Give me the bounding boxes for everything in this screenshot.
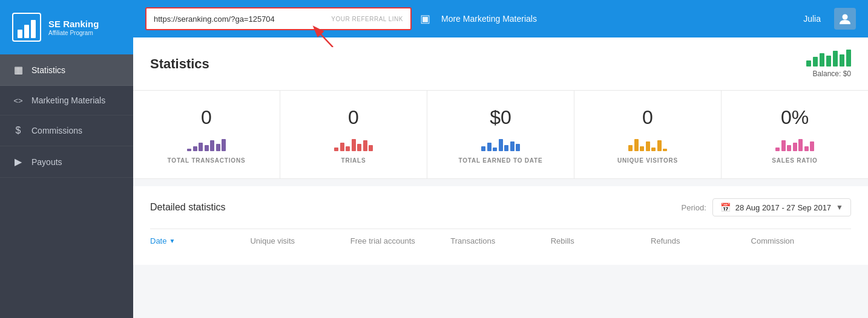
mini-bar-0 [187,149,191,151]
mini-bar-0 [775,148,780,151]
user-name: Julia [803,14,821,24]
mini-bar-4 [210,140,214,151]
table-header-date[interactable]: Date ▼ [150,236,250,245]
mini-chart [481,133,520,151]
mini-chart [628,133,667,151]
stat-card-sales-ratio: 0%SALES RATIO [722,91,868,178]
bal-bar-4 [826,56,831,67]
detail-section: Detailed statistics Period: 📅 28 Aug 201… [133,186,868,265]
logo-text: SE Ranking Affiliate Program [48,19,99,36]
bal-bar-6 [840,54,844,67]
sidebar-item-commissions[interactable]: $ Commissions [0,115,133,146]
referral-label: YOUR REFERRAL LINK [331,16,403,22]
bal-bar-7 [846,50,851,67]
page-title: Statistics [150,56,209,72]
stat-label: SALES RATIO [772,157,817,164]
balance-chart [806,50,851,67]
mini-bar-0 [481,146,485,151]
mini-bar-0 [628,145,633,151]
sidebar-item-marketing[interactable]: <> Marketing Materials [0,86,133,115]
table-header: Date ▼Unique visitsFree trial accountsTr… [150,229,851,253]
sidebar-item-payouts-label: Payouts [31,157,62,167]
sidebar-item-payouts[interactable]: ▶ Payouts [0,146,133,178]
referral-url[interactable]: https://seranking.com/?ga=125704 [154,15,325,24]
stat-card-trials: 0TRIALS [280,91,427,178]
commissions-icon: $ [12,125,24,136]
topbar: https://seranking.com/?ga=125704 YOUR RE… [133,0,868,37]
mini-bar-2 [787,145,791,151]
stat-value: 0 [642,108,653,127]
sort-arrow: ▼ [169,238,175,244]
logo-bar-2 [24,25,29,38]
stat-card-total-earned-to-date: $0TOTAL EARNED TO DATE [427,91,574,178]
statistics-icon: ▦ [12,64,24,76]
table-header-transactions: Transactions [450,236,550,245]
table-header-free-trial-accounts: Free trial accounts [350,236,450,245]
mini-bar-4 [357,144,361,151]
sidebar: SE Ranking Affiliate Program ▦ Statistic… [0,0,133,318]
copy-button[interactable]: ▣ [420,12,430,25]
stats-section: 0TOTAL TRANSACTIONS0TRIALS$0TOTAL EARNED… [133,91,868,179]
detail-title: Detailed statistics [150,202,226,213]
mini-bar-5 [363,140,367,151]
mini-bar-1 [634,139,639,151]
bal-bar-3 [820,53,824,67]
user-avatar[interactable] [834,8,856,30]
date-picker[interactable]: 📅 28 Aug 2017 - 27 Sep 2017 ▼ [712,198,851,216]
stat-value: 0% [781,108,809,127]
annotation-arrow [303,23,339,47]
stat-card-total-transactions: 0TOTAL TRANSACTIONS [133,91,280,178]
referral-box: https://seranking.com/?ga=125704 YOUR RE… [145,7,412,30]
mini-bar-6 [369,145,373,151]
brand-name: SE Ranking [48,19,99,30]
stat-card-unique-visitors: 0UNIQUE VISITORS [574,91,722,178]
mini-bar-6 [663,149,667,151]
more-materials-link[interactable]: More Marketing Materials [441,14,537,24]
brand-sub: Affiliate Program [48,30,99,36]
mini-bar-1 [781,140,786,151]
mini-bar-6 [810,141,814,151]
stat-value: 0 [201,108,212,127]
bal-bar-5 [833,51,838,67]
sidebar-item-statistics[interactable]: ▦ Statistics [0,54,133,86]
mini-bar-3 [499,139,503,151]
bal-bar-2 [813,57,818,67]
sidebar-item-marketing-label: Marketing Materials [31,96,105,105]
mini-bar-5 [510,141,515,151]
chevron-down-icon: ▼ [836,203,843,212]
mini-bar-3 [352,139,356,151]
mini-chart [187,133,226,151]
mini-bar-2 [493,148,497,151]
mini-bar-0 [334,148,338,151]
stat-value: 0 [348,108,359,127]
balance-label: Balance: $0 [813,70,851,78]
mini-bar-1 [193,146,197,151]
stat-label: TRIALS [341,157,366,164]
table-header-commission: Commission [751,236,851,245]
table-header-rebills: Rebills [551,236,651,245]
date-range-text: 28 Aug 2017 - 27 Sep 2017 [735,203,831,212]
detail-header: Detailed statistics Period: 📅 28 Aug 201… [150,198,851,216]
mini-bar-4 [504,145,508,151]
mini-bar-1 [487,143,492,151]
mini-bar-4 [651,148,656,151]
mini-bar-6 [222,139,226,151]
sidebar-item-commissions-label: Commissions [31,126,82,135]
mini-chart [334,133,373,151]
mini-bar-4 [798,139,803,151]
sidebar-item-statistics-label: Statistics [31,65,65,75]
stat-label: UNIQUE VISITORS [617,157,678,164]
mini-bar-3 [205,145,209,151]
stat-value: $0 [490,108,511,127]
mini-bar-2 [199,143,203,151]
table-header-refunds: Refunds [651,236,751,245]
svg-point-0 [843,15,848,20]
main-area: https://seranking.com/?ga=125704 YOUR RE… [133,0,868,318]
period-label: Period: [682,203,706,212]
payouts-icon: ▶ [12,156,24,167]
mini-bar-3 [646,141,650,151]
balance-area: Balance: $0 [806,50,851,78]
logo-icon [12,13,41,42]
logo-bar-1 [18,30,22,38]
page-header: Statistics Balance: $0 [133,37,868,91]
